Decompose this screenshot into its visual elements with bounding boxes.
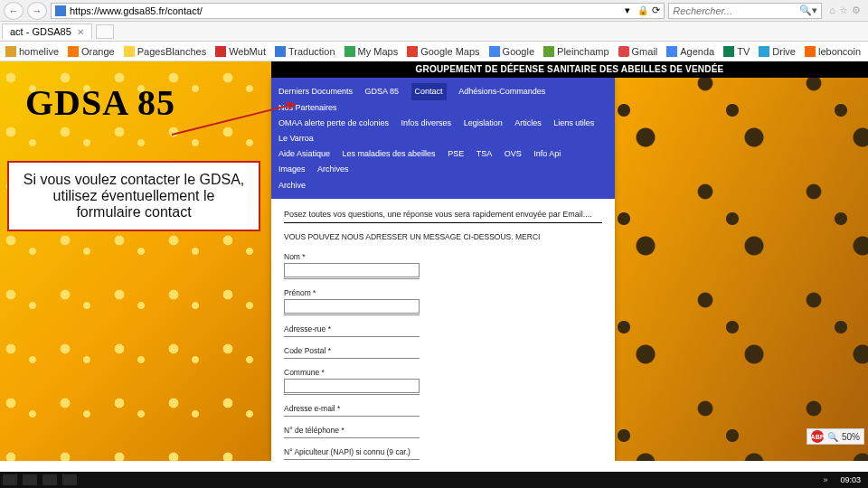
input-commune[interactable] bbox=[284, 379, 420, 393]
tab-strip: act - GDSA85 ✕ bbox=[0, 22, 868, 42]
bookmark-icon bbox=[124, 46, 135, 57]
form-intro: Posez toutes vos questions, une réponse … bbox=[284, 210, 602, 219]
bookmark-icon bbox=[275, 46, 286, 57]
new-tab-button[interactable] bbox=[96, 24, 114, 39]
nav-gdsa85[interactable]: GDSA 85 bbox=[365, 84, 400, 99]
bookmark-icon bbox=[666, 46, 677, 57]
page-viewport: GROUPEMENT DE DÉFENSE SANITAIRE DES ABEI… bbox=[0, 61, 868, 461]
bookmark-icon bbox=[805, 46, 816, 57]
nav-liens[interactable]: Liens utiles bbox=[553, 116, 594, 131]
search-field[interactable]: Rechercher... 🔍▾ bbox=[668, 3, 822, 19]
site-icon bbox=[55, 5, 66, 16]
content-card: Derniers Documents GDSA 85 Contact Adhés… bbox=[271, 78, 615, 461]
bookmark-agenda[interactable]: Agenda bbox=[666, 46, 714, 57]
bookmark-icon bbox=[723, 46, 734, 57]
bookmark-icon bbox=[543, 46, 554, 57]
home-icon[interactable]: ⌂ bbox=[829, 5, 835, 16]
nav-infoapi[interactable]: Info Api bbox=[533, 146, 561, 162]
bookmark-orange[interactable]: Orange bbox=[68, 46, 115, 57]
nav-tsa[interactable]: TSA bbox=[476, 146, 493, 162]
start-button[interactable] bbox=[3, 474, 17, 485]
url-field[interactable]: https://www.gdsa85.fr/contact/ ▾ 🔒 ⟳ bbox=[51, 3, 665, 19]
window-tools: ⌂ ☆ ⚙ bbox=[826, 5, 864, 16]
nav-articles[interactable]: Articles bbox=[514, 116, 542, 131]
bookmark-icon bbox=[407, 46, 418, 57]
nav-archive2[interactable]: Archive bbox=[278, 178, 306, 193]
nav-asiatique[interactable]: Aide Asiatique bbox=[278, 146, 330, 162]
bookmark-pleinchamp[interactable]: Pleinchamp bbox=[543, 46, 609, 57]
zoom-value: 50% bbox=[842, 432, 860, 442]
taskbar-app[interactable] bbox=[42, 474, 57, 485]
refresh-icon[interactable]: ⟳ bbox=[652, 5, 660, 16]
label-commune: Commune * bbox=[284, 368, 602, 377]
callout-line3: formulaire contact bbox=[16, 204, 251, 221]
favorites-icon[interactable]: ☆ bbox=[839, 5, 848, 16]
input-prenom[interactable] bbox=[284, 299, 420, 314]
bookmark-icon bbox=[618, 46, 629, 57]
bookmarks-bar: homelive Orange PagesBlanches WebMut Tra… bbox=[0, 42, 868, 61]
search-placeholder: Rechercher... bbox=[673, 5, 732, 16]
bookmark-pagesblanches[interactable]: PagesBlanches bbox=[124, 46, 206, 57]
address-bar: ← → https://www.gdsa85.fr/contact/ ▾ 🔒 ⟳… bbox=[0, 0, 868, 22]
bookmark-google[interactable]: Google bbox=[489, 46, 534, 57]
abp-icon[interactable]: ABP bbox=[811, 430, 824, 443]
label-nom: Nom * bbox=[284, 252, 602, 261]
nav-derniers-documents[interactable]: Derniers Documents bbox=[278, 84, 353, 99]
tab-gdsa85[interactable]: act - GDSA85 ✕ bbox=[2, 23, 92, 39]
label-tel: N° de téléphone * bbox=[284, 426, 602, 435]
bookmark-webmut[interactable]: WebMut bbox=[215, 46, 266, 57]
tray-chevron-icon[interactable]: » bbox=[823, 475, 833, 484]
bookmark-leboncoin[interactable]: leboncoin bbox=[805, 46, 861, 57]
nav-archives[interactable]: Archives bbox=[317, 162, 349, 177]
nav-adhesions[interactable]: Adhésions-Commandes bbox=[458, 84, 545, 99]
zoom-indicator[interactable]: ABP 🔍 50% bbox=[807, 428, 864, 445]
url-text: https://www.gdsa85.fr/contact/ bbox=[70, 5, 621, 16]
nav-contact[interactable]: Contact bbox=[411, 83, 447, 100]
label-napi: N° Apiculteur (NAPI) si connu (9 car.) bbox=[284, 447, 602, 456]
nav-maladies[interactable]: Les maladies des abeilles bbox=[343, 146, 436, 162]
forward-button[interactable]: → bbox=[27, 2, 47, 20]
nav-legislation[interactable]: Legislation bbox=[464, 116, 503, 131]
nav-omaa[interactable]: OMAA alerte perte de colonies bbox=[278, 116, 389, 131]
bookmark-traduction[interactable]: Traduction bbox=[275, 46, 335, 57]
search-icon[interactable]: 🔍▾ bbox=[799, 5, 817, 16]
contact-form: Posez toutes vos questions, une réponse … bbox=[271, 199, 615, 461]
bookmark-tv[interactable]: TV bbox=[723, 46, 750, 57]
site-banner: GROUPEMENT DE DÉFENSE SANITAIRE DES ABEI… bbox=[271, 61, 868, 78]
bookmark-drive[interactable]: Drive bbox=[759, 46, 796, 57]
bookmark-mymaps[interactable]: My Maps bbox=[344, 46, 399, 57]
bookmark-icon bbox=[5, 46, 16, 57]
input-nom[interactable] bbox=[284, 263, 420, 277]
system-clock[interactable]: 09:03 bbox=[833, 475, 868, 484]
site-logo: GDSA 85 bbox=[25, 81, 175, 124]
divider bbox=[284, 222, 602, 223]
taskbar-app[interactable] bbox=[62, 474, 77, 485]
bookmark-homelive[interactable]: homelive bbox=[5, 46, 59, 57]
taskbar-app[interactable] bbox=[23, 474, 37, 485]
bookmark-icon bbox=[759, 46, 769, 57]
annotation-callout: Si vous voulez contacter le GDSA, utilis… bbox=[7, 161, 260, 231]
bookmark-gmail[interactable]: Gmail bbox=[618, 46, 658, 57]
label-prenom: Prénom * bbox=[284, 288, 602, 297]
bookmark-icon bbox=[215, 46, 226, 57]
zoom-icon: 🔍 bbox=[827, 432, 838, 442]
callout-line2: utilisez éventuellement le bbox=[16, 188, 251, 204]
close-tab-icon[interactable]: ✕ bbox=[77, 27, 84, 37]
tab-title: act - GDSA85 bbox=[10, 26, 71, 37]
nav-ovs[interactable]: OVS bbox=[505, 146, 522, 162]
label-adresse: Adresse-rue * bbox=[284, 324, 602, 333]
back-button[interactable]: ← bbox=[4, 2, 24, 20]
settings-icon[interactable]: ⚙ bbox=[852, 5, 861, 16]
bookmark-icon bbox=[344, 46, 355, 57]
lock-icon: 🔒 bbox=[637, 5, 648, 15]
bookmark-googlemaps[interactable]: Google Maps bbox=[407, 46, 479, 57]
bookmark-icon bbox=[489, 46, 500, 57]
nav-varroa[interactable]: Le Varroa bbox=[278, 131, 314, 146]
site-nav: Derniers Documents GDSA 85 Contact Adhés… bbox=[271, 78, 615, 199]
nav-infos[interactable]: Infos diverses bbox=[401, 116, 452, 131]
form-hint: VOUS POUVEZ NOUS ADRESSER UN MESSAGE CI-… bbox=[284, 232, 602, 241]
nav-images[interactable]: Images bbox=[278, 162, 306, 177]
nav-pse[interactable]: PSE bbox=[448, 146, 464, 162]
dropdown-icon[interactable]: ▾ bbox=[625, 5, 630, 16]
taskbar: » 09:03 bbox=[0, 472, 868, 488]
